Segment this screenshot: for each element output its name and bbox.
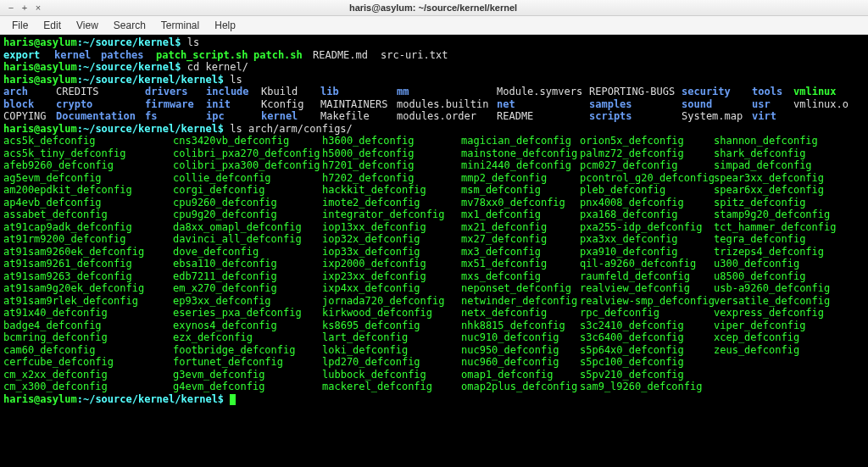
config-file: at91rm9200_defconfig — [3, 233, 173, 246]
config-file: nuc910_defconfig — [461, 331, 580, 344]
config-file: nuc950_defconfig — [461, 344, 580, 357]
config-file: cpu9g20_defconfig — [173, 208, 322, 221]
terminal-area[interactable]: haris@asylum:~/source/kernel$ lsexportke… — [0, 35, 868, 467]
config-file: assabet_defconfig — [3, 208, 173, 221]
ls-item: kernel — [54, 49, 101, 62]
config-file: corgi_defconfig — [173, 184, 322, 197]
config-file: nuc960_defconfig — [461, 356, 580, 369]
config-file: raumfeld_defconfig — [580, 270, 714, 283]
config-file: davinci_all_defconfig — [173, 233, 322, 246]
config-file: rpc_defconfig — [580, 307, 714, 320]
menubar: File Edit View Search Terminal Help — [0, 16, 868, 35]
ls-item: lib — [320, 86, 397, 98]
config-file: at91sam9rlek_defconfig — [3, 295, 173, 308]
ls-item: patch.sh — [253, 49, 313, 62]
config-file: h7201_defconfig — [322, 159, 461, 172]
close-button[interactable]: × — [34, 3, 42, 12]
ls-item: mm — [397, 86, 497, 98]
config-file: h3600_defconfig — [322, 135, 461, 147]
config-file: ixp23xx_defconfig — [322, 270, 461, 283]
ls-item: tools — [752, 86, 793, 98]
config-file: g4evm_defconfig — [173, 381, 322, 393]
config-file: s5pv210_defconfig — [580, 369, 714, 381]
ls-item: usr — [752, 98, 793, 111]
config-file: da8xx_omapl_defconfig — [173, 221, 322, 234]
ls-item: Makefile — [320, 110, 397, 123]
config-file: cpu9260_defconfig — [173, 197, 322, 209]
prompt-user: haris@asylum — [3, 74, 77, 86]
config-file: afeb9260_defconfig — [3, 159, 173, 172]
config-file: integrator_defconfig — [322, 208, 461, 221]
prompt-path: :~/source/kernel/kernel$ — [77, 393, 231, 405]
config-file: mmp2_defconfig — [461, 172, 580, 185]
menu-terminal[interactable]: Terminal — [154, 18, 206, 33]
config-file: s3c6400_defconfig — [580, 331, 714, 344]
config-file: orion5x_defconfig — [580, 135, 714, 147]
ls-item: include — [206, 86, 261, 98]
config-file: eseries_pxa_defconfig — [173, 307, 322, 320]
config-file: ixp4xx_defconfig — [322, 282, 461, 295]
command-text: cd kernel/ — [187, 61, 248, 73]
minimize-button[interactable]: − — [7, 3, 15, 12]
maximize-button[interactable]: + — [20, 3, 29, 12]
config-file: edb7211_defconfig — [173, 270, 322, 283]
config-file: lpd270_defconfig — [322, 356, 461, 369]
config-file: em_x270_defconfig — [173, 282, 322, 295]
ls-item: samples — [589, 98, 682, 111]
config-file: versatile_defconfig — [714, 295, 868, 308]
config-file: msm_defconfig — [461, 184, 580, 197]
config-file: mainstone_defconfig — [461, 147, 580, 160]
config-file: g3evm_defconfig — [173, 369, 322, 381]
titlebar: − + × haris@asylum: ~/source/kernel/kern… — [0, 0, 868, 16]
menu-help[interactable]: Help — [208, 18, 242, 33]
config-file: mx3_defconfig — [461, 246, 580, 259]
config-file: iop32x_defconfig — [322, 233, 461, 246]
cursor — [230, 394, 236, 405]
config-file: lart_defconfig — [322, 331, 461, 344]
config-file: jornada720_defconfig — [322, 295, 461, 308]
config-file: cm_x2xx_defconfig — [3, 369, 173, 381]
ls-item: src-uri.txt — [381, 49, 457, 62]
config-file: omap1_defconfig — [461, 369, 580, 381]
config-file: cerfcube_defconfig — [3, 356, 173, 369]
config-file: pcontrol_g20_defconfig — [580, 172, 714, 185]
config-file: xcep_defconfig — [714, 331, 868, 344]
config-file: imote2_defconfig — [322, 197, 461, 209]
config-file: qil-a9260_defconfig — [580, 258, 714, 270]
config-file: mx51_defconfig — [461, 258, 580, 270]
config-file: cm_x300_defconfig — [3, 381, 173, 393]
config-file: tegra_defconfig — [714, 233, 868, 246]
config-file: acs5k_tiny_defconfig — [3, 147, 173, 160]
config-file: mx21_defconfig — [461, 221, 580, 234]
menu-file[interactable]: File — [5, 18, 35, 33]
ls-item: MAINTAINERS — [320, 98, 397, 111]
config-file: exynos4_defconfig — [173, 320, 322, 332]
config-file: netx_defconfig — [461, 307, 580, 320]
menu-view[interactable]: View — [70, 18, 105, 33]
prompt-user: haris@asylum — [3, 61, 77, 73]
config-file: at91x40_defconfig — [3, 307, 173, 320]
menu-search[interactable]: Search — [107, 18, 153, 33]
config-file: u300_defconfig — [714, 258, 868, 270]
config-file: lubbock_defconfig — [322, 369, 461, 381]
ls-item: CREDITS — [56, 86, 145, 98]
ls-item: drivers — [145, 86, 206, 98]
config-file: mx27_defconfig — [461, 233, 580, 246]
config-file: am200epdkit_defconfig — [3, 184, 173, 197]
config-file: realview-smp_defconfig — [580, 295, 714, 308]
command-text: ls arch/arm/configs/ — [230, 123, 353, 135]
config-file: omap2plus_defconfig — [461, 381, 580, 393]
menu-edit[interactable]: Edit — [36, 18, 68, 33]
config-file: h5000_defconfig — [322, 147, 461, 160]
config-file: ep93xx_defconfig — [173, 295, 322, 308]
config-file: shark_defconfig — [714, 147, 868, 160]
config-file: magician_defconfig — [461, 135, 580, 147]
ls-item: Module.symvers — [497, 86, 589, 98]
ls-item: modules.builtin — [397, 98, 497, 111]
config-file: vexpress_defconfig — [714, 307, 868, 320]
config-file: badge4_defconfig — [3, 320, 173, 332]
config-file: ixp2000_defconfig — [322, 258, 461, 270]
config-file: spitz_defconfig — [714, 197, 868, 209]
config-file: loki_defconfig — [322, 344, 461, 357]
ls-item: modules.order — [397, 110, 497, 123]
